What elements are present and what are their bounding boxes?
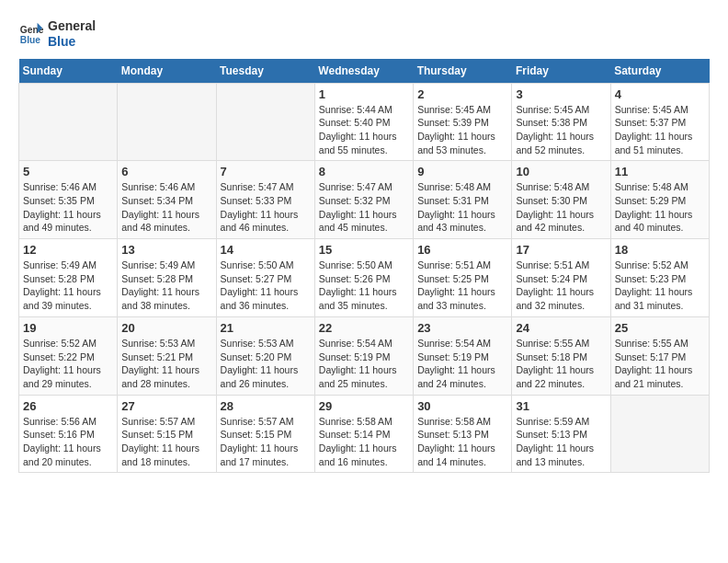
cell-info: Sunrise: 5:51 AMSunset: 5:24 PMDaylight:… xyxy=(516,259,606,313)
day-number: 27 xyxy=(121,399,211,413)
cell-info: Sunrise: 5:46 AMSunset: 5:34 PMDaylight:… xyxy=(121,180,211,235)
calendar-cell: 24Sunrise: 5:55 AMSunset: 5:18 PMDayligh… xyxy=(512,316,610,395)
calendar-cell: 5Sunrise: 5:46 AMSunset: 5:35 PMDaylight… xyxy=(19,161,118,239)
calendar-table: SundayMondayTuesdayWednesdayThursdayFrid… xyxy=(18,59,710,474)
calendar-cell: 21Sunrise: 5:53 AMSunset: 5:20 PMDayligh… xyxy=(216,316,314,395)
day-number: 4 xyxy=(615,87,705,101)
calendar-cell: 8Sunrise: 5:47 AMSunset: 5:32 PMDaylight… xyxy=(314,161,413,239)
calendar-cell: 29Sunrise: 5:58 AMSunset: 5:14 PMDayligh… xyxy=(314,395,413,473)
cell-info: Sunrise: 5:57 AMSunset: 5:15 PMDaylight:… xyxy=(121,415,211,469)
calendar-cell xyxy=(610,395,709,473)
week-row-3: 19Sunrise: 5:52 AMSunset: 5:22 PMDayligh… xyxy=(19,316,710,395)
day-number: 30 xyxy=(417,399,507,413)
cell-info: Sunrise: 5:54 AMSunset: 5:19 PMDaylight:… xyxy=(417,337,507,391)
day-number: 1 xyxy=(319,87,409,101)
calendar-cell: 10Sunrise: 5:48 AMSunset: 5:30 PMDayligh… xyxy=(512,161,610,239)
calendar-cell xyxy=(19,83,118,161)
day-number: 24 xyxy=(516,321,606,335)
cell-info: Sunrise: 5:48 AMSunset: 5:31 PMDaylight:… xyxy=(417,180,507,235)
calendar-cell: 1Sunrise: 5:44 AMSunset: 5:40 PMDaylight… xyxy=(314,83,413,161)
day-header-sunday: Sunday xyxy=(19,59,118,84)
cell-info: Sunrise: 5:47 AMSunset: 5:33 PMDaylight:… xyxy=(221,180,311,235)
calendar-cell: 6Sunrise: 5:46 AMSunset: 5:34 PMDaylight… xyxy=(118,161,216,239)
day-header-friday: Friday xyxy=(512,59,610,84)
calendar-cell: 14Sunrise: 5:50 AMSunset: 5:27 PMDayligh… xyxy=(216,239,314,317)
day-number: 5 xyxy=(23,165,113,178)
calendar-cell: 23Sunrise: 5:54 AMSunset: 5:19 PMDayligh… xyxy=(414,316,512,395)
cell-info: Sunrise: 5:50 AMSunset: 5:27 PMDaylight:… xyxy=(221,259,311,313)
week-row-0: 1Sunrise: 5:44 AMSunset: 5:40 PMDaylight… xyxy=(19,83,710,161)
cell-info: Sunrise: 5:54 AMSunset: 5:19 PMDaylight:… xyxy=(319,337,409,391)
day-number: 11 xyxy=(615,165,705,178)
day-number: 29 xyxy=(319,399,409,413)
cell-info: Sunrise: 5:58 AMSunset: 5:14 PMDaylight:… xyxy=(319,415,409,469)
logo-text: General Blue xyxy=(48,18,96,50)
day-number: 14 xyxy=(221,243,311,257)
day-number: 9 xyxy=(417,165,507,178)
cell-info: Sunrise: 5:45 AMSunset: 5:39 PMDaylight:… xyxy=(417,103,507,157)
cell-info: Sunrise: 5:45 AMSunset: 5:38 PMDaylight:… xyxy=(516,103,606,157)
cell-info: Sunrise: 5:51 AMSunset: 5:25 PMDaylight:… xyxy=(417,259,507,313)
day-header-saturday: Saturday xyxy=(610,59,709,84)
day-number: 10 xyxy=(516,165,606,178)
calendar-cell: 16Sunrise: 5:51 AMSunset: 5:25 PMDayligh… xyxy=(414,239,512,317)
day-number: 2 xyxy=(417,87,507,101)
cell-info: Sunrise: 5:48 AMSunset: 5:30 PMDaylight:… xyxy=(516,180,606,235)
logo: General Blue General Blue xyxy=(18,18,96,50)
header-row: SundayMondayTuesdayWednesdayThursdayFrid… xyxy=(19,59,710,84)
week-row-4: 26Sunrise: 5:56 AMSunset: 5:16 PMDayligh… xyxy=(19,395,710,473)
cell-info: Sunrise: 5:50 AMSunset: 5:26 PMDaylight:… xyxy=(319,259,409,313)
svg-text:Blue: Blue xyxy=(20,35,41,45)
day-number: 20 xyxy=(121,321,211,335)
week-row-1: 5Sunrise: 5:46 AMSunset: 5:35 PMDaylight… xyxy=(19,161,710,239)
calendar-cell: 19Sunrise: 5:52 AMSunset: 5:22 PMDayligh… xyxy=(19,316,118,395)
header: General Blue General Blue xyxy=(18,18,710,50)
calendar-cell: 9Sunrise: 5:48 AMSunset: 5:31 PMDaylight… xyxy=(414,161,512,239)
day-number: 6 xyxy=(121,165,211,178)
day-number: 15 xyxy=(319,243,409,257)
calendar-cell xyxy=(118,83,216,161)
calendar-cell: 11Sunrise: 5:48 AMSunset: 5:29 PMDayligh… xyxy=(610,161,709,239)
cell-info: Sunrise: 5:58 AMSunset: 5:13 PMDaylight:… xyxy=(417,415,507,469)
calendar-cell: 3Sunrise: 5:45 AMSunset: 5:38 PMDaylight… xyxy=(512,83,610,161)
day-header-wednesday: Wednesday xyxy=(314,59,413,84)
calendar-cell: 18Sunrise: 5:52 AMSunset: 5:23 PMDayligh… xyxy=(610,239,709,317)
day-number: 18 xyxy=(615,243,705,257)
day-number: 8 xyxy=(319,165,409,178)
day-number: 26 xyxy=(23,399,113,413)
calendar-cell: 31Sunrise: 5:59 AMSunset: 5:13 PMDayligh… xyxy=(512,395,610,473)
day-number: 16 xyxy=(417,243,507,257)
cell-info: Sunrise: 5:49 AMSunset: 5:28 PMDaylight:… xyxy=(121,259,211,313)
calendar-cell: 30Sunrise: 5:58 AMSunset: 5:13 PMDayligh… xyxy=(414,395,512,473)
logo-icon: General Blue xyxy=(18,21,44,47)
day-number: 22 xyxy=(319,321,409,335)
calendar-cell: 15Sunrise: 5:50 AMSunset: 5:26 PMDayligh… xyxy=(314,239,413,317)
calendar-cell: 28Sunrise: 5:57 AMSunset: 5:15 PMDayligh… xyxy=(216,395,314,473)
calendar-cell: 26Sunrise: 5:56 AMSunset: 5:16 PMDayligh… xyxy=(19,395,118,473)
cell-info: Sunrise: 5:44 AMSunset: 5:40 PMDaylight:… xyxy=(319,103,409,157)
cell-info: Sunrise: 5:47 AMSunset: 5:32 PMDaylight:… xyxy=(319,180,409,235)
week-row-2: 12Sunrise: 5:49 AMSunset: 5:28 PMDayligh… xyxy=(19,239,710,317)
day-number: 17 xyxy=(516,243,606,257)
cell-info: Sunrise: 5:52 AMSunset: 5:23 PMDaylight:… xyxy=(615,259,705,313)
cell-info: Sunrise: 5:56 AMSunset: 5:16 PMDaylight:… xyxy=(23,415,113,469)
cell-info: Sunrise: 5:55 AMSunset: 5:17 PMDaylight:… xyxy=(615,337,705,391)
day-number: 28 xyxy=(221,399,311,413)
day-number: 3 xyxy=(516,87,606,101)
day-number: 7 xyxy=(221,165,311,178)
calendar-cell: 27Sunrise: 5:57 AMSunset: 5:15 PMDayligh… xyxy=(118,395,216,473)
calendar-cell xyxy=(216,83,314,161)
calendar-cell: 25Sunrise: 5:55 AMSunset: 5:17 PMDayligh… xyxy=(610,316,709,395)
day-number: 19 xyxy=(23,321,113,335)
cell-info: Sunrise: 5:59 AMSunset: 5:13 PMDaylight:… xyxy=(516,415,606,469)
calendar-cell: 2Sunrise: 5:45 AMSunset: 5:39 PMDaylight… xyxy=(414,83,512,161)
day-number: 13 xyxy=(121,243,211,257)
cell-info: Sunrise: 5:48 AMSunset: 5:29 PMDaylight:… xyxy=(615,180,705,235)
day-header-monday: Monday xyxy=(118,59,216,84)
day-number: 25 xyxy=(615,321,705,335)
day-number: 31 xyxy=(516,399,606,413)
calendar-cell: 4Sunrise: 5:45 AMSunset: 5:37 PMDaylight… xyxy=(610,83,709,161)
cell-info: Sunrise: 5:53 AMSunset: 5:21 PMDaylight:… xyxy=(121,337,211,391)
calendar-cell: 17Sunrise: 5:51 AMSunset: 5:24 PMDayligh… xyxy=(512,239,610,317)
day-header-tuesday: Tuesday xyxy=(216,59,314,84)
